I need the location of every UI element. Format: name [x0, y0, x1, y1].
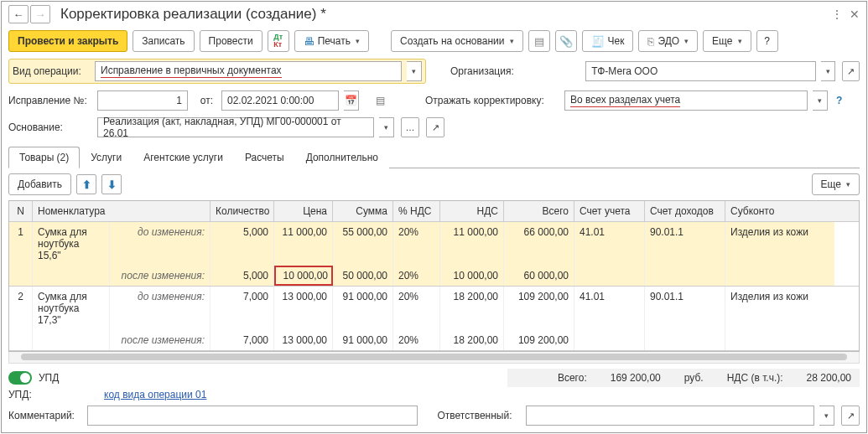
- table-row[interactable]: 1 Сумка для ноутбука 15,6" до изменения:…: [9, 222, 859, 287]
- org-label: Организация:: [450, 65, 517, 77]
- check-button[interactable]: 🧾Чек: [582, 30, 634, 52]
- op-type-dropdown[interactable]: ▾: [407, 61, 422, 81]
- reflect-field[interactable]: Во всех разделах учета: [564, 90, 808, 111]
- responsible-field[interactable]: [526, 406, 814, 426]
- dtkt-button[interactable]: ДтКт: [268, 30, 289, 52]
- org-field[interactable]: ТФ-Мега ООО: [585, 61, 816, 81]
- page-title: Корректировка реализации (создание) *: [60, 6, 831, 23]
- date-picker-button[interactable]: 📅: [344, 90, 359, 111]
- more-button[interactable]: Еще▾: [703, 30, 751, 52]
- org-dropdown[interactable]: ▾: [821, 61, 835, 81]
- edo-button[interactable]: ⎘ЭДО▾: [638, 30, 698, 52]
- date-field[interactable]: 02.02.2021 0:00:00: [221, 90, 339, 111]
- responsible-open-button[interactable]: ↗: [841, 406, 860, 426]
- responsible-label: Ответственный:: [437, 410, 520, 421]
- tab-services[interactable]: Услуги: [80, 147, 133, 168]
- move-down-button[interactable]: ⬇: [101, 174, 122, 194]
- th-qty[interactable]: Количество: [211, 201, 274, 221]
- tab-agent[interactable]: Агентские услуги: [133, 147, 234, 168]
- comment-field[interactable]: [87, 406, 418, 426]
- upd-toggle[interactable]: [8, 371, 32, 385]
- corr-num-field[interactable]: 1: [97, 90, 188, 111]
- org-open-button[interactable]: ↗: [842, 61, 860, 81]
- table-row[interactable]: 2 Сумка для ноутбука 17,3" до изменения:…: [9, 287, 859, 351]
- th-nom[interactable]: Номенклатура: [33, 201, 211, 221]
- attach-button[interactable]: 📎: [555, 30, 577, 52]
- reflect-label: Отражать корректировку:: [425, 95, 559, 106]
- basis-label: Основание:: [8, 121, 92, 133]
- nav-forward-button[interactable]: →: [30, 5, 50, 23]
- th-sub[interactable]: Субконто: [725, 201, 834, 221]
- receipt-icon: 🧾: [591, 35, 605, 48]
- nav-back-button[interactable]: ←: [8, 5, 29, 23]
- basis-more-button[interactable]: …: [401, 117, 419, 137]
- printer-icon: 🖶: [304, 35, 314, 48]
- menu-dots-icon[interactable]: ⋮: [831, 8, 843, 21]
- edo-icon: ⎘: [647, 35, 654, 48]
- tab-calc[interactable]: Расчеты: [234, 147, 295, 168]
- create-based-button[interactable]: Создать на основании▾: [391, 30, 523, 52]
- post-and-close-button[interactable]: Провести и закрыть: [8, 30, 127, 52]
- help-button[interactable]: ?: [756, 30, 778, 52]
- totals-bar: Всего: 169 200,00 руб. НДС (в т.ч.): 28 …: [507, 369, 860, 387]
- corr-num-label: Исправление №:: [8, 95, 92, 106]
- basis-open-button[interactable]: ↗: [426, 117, 444, 137]
- calendar-icon: 📅: [345, 95, 357, 106]
- tab-extra[interactable]: Дополнительно: [295, 147, 389, 168]
- basis-dropdown[interactable]: ▾: [379, 117, 394, 137]
- th-nds[interactable]: НДС: [440, 201, 504, 221]
- op-type-label: Вид операции:: [13, 65, 90, 77]
- comment-label: Комментарий:: [8, 410, 82, 421]
- document-icon: ▤: [534, 35, 544, 48]
- op-type-field[interactable]: Исправление в первичных документах: [95, 61, 402, 81]
- write-button[interactable]: Записать: [133, 30, 194, 52]
- th-n[interactable]: N: [9, 201, 33, 221]
- th-inc[interactable]: Счет доходов: [645, 201, 725, 221]
- tabs: Товары (2) Услуги Агентские услуги Расче…: [8, 146, 860, 168]
- doc-icon[interactable]: ▤: [376, 95, 385, 106]
- tab-goods[interactable]: Товары (2): [8, 147, 80, 168]
- close-icon[interactable]: ✕: [850, 8, 860, 21]
- upd-toggle-label: УПД: [39, 372, 59, 384]
- upd-label: УПД:: [8, 389, 42, 400]
- move-up-button[interactable]: ⬆: [76, 174, 96, 194]
- th-vat[interactable]: % НДС: [393, 201, 440, 221]
- th-sum[interactable]: Сумма: [333, 201, 393, 221]
- th-price[interactable]: Цена: [274, 201, 333, 221]
- date-label: от:: [193, 95, 213, 106]
- goods-table: N Номенклатура Количество Цена Сумма % Н…: [8, 200, 860, 352]
- th-acc[interactable]: Счет учета: [574, 201, 645, 221]
- report-button[interactable]: ▤: [528, 30, 550, 52]
- paperclip-icon: 📎: [559, 35, 573, 48]
- reflect-dropdown[interactable]: ▾: [813, 90, 828, 111]
- responsible-dropdown[interactable]: ▾: [819, 406, 834, 426]
- th-total[interactable]: Всего: [504, 201, 574, 221]
- post-button[interactable]: Провести: [200, 30, 262, 52]
- table-hscroll[interactable]: [8, 352, 860, 364]
- table-more-button[interactable]: Еще▾: [812, 173, 860, 195]
- basis-field[interactable]: Реализация (акт, накладная, УПД) МГ00-00…: [97, 117, 374, 137]
- print-button[interactable]: 🖶Печать▾: [294, 30, 369, 52]
- price-edit-cell[interactable]: 10 000,00: [274, 266, 333, 286]
- help-reflect-icon[interactable]: ?: [836, 95, 842, 106]
- upd-code-link[interactable]: код вида операции 01: [104, 389, 206, 400]
- add-row-button[interactable]: Добавить: [8, 173, 71, 195]
